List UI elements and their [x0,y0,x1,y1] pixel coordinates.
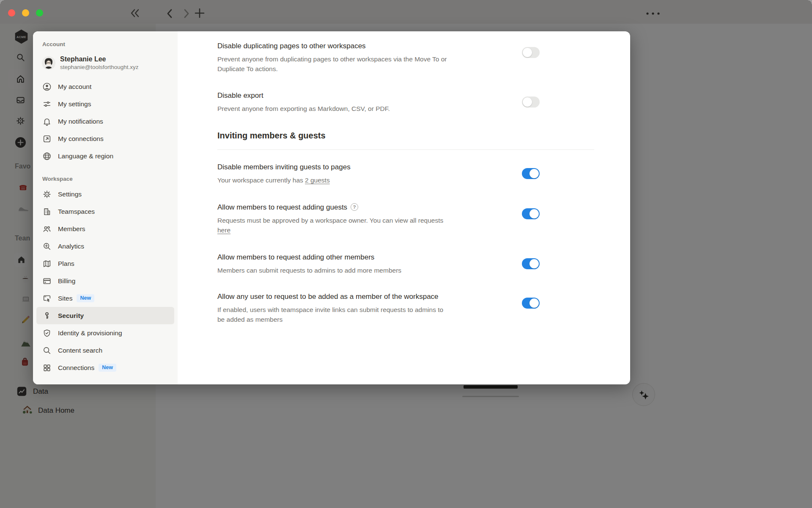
sidebar-item-my-notifications[interactable]: My notifications [36,113,174,130]
setting-title: Disable export [217,91,505,101]
sidebar-item-members[interactable]: Members [36,220,174,237]
sliders-icon [42,99,52,109]
section-heading-inviting: Inviting members & guests [217,130,594,141]
person-circle-icon [42,82,52,91]
new-badge: New [77,294,94,302]
key-icon [42,311,52,320]
new-badge: New [99,364,116,372]
building-icon [42,207,52,216]
user-profile-row[interactable]: Stephanie Lee stephanie@toolsforthought.… [42,52,174,74]
screen: ACME Favo Tean [0,0,812,508]
setting-description: Members can submit requests to admins to… [217,265,505,275]
sidebar-item-label: Sites [58,295,72,302]
help-icon[interactable]: ? [351,203,358,211]
sidebar-item-content-search[interactable]: Content search [36,342,174,359]
setting-description: If enabled, users with teamspace invite … [217,305,505,324]
sidebar-item-identity-provisioning[interactable]: Identity & provisioning [36,324,174,342]
sidebar-item-settings[interactable]: Settings [36,185,174,203]
sidebar-item-teamspaces[interactable]: Teamspaces [36,203,174,220]
chart-search-icon [42,242,52,251]
setting-description: Your workspace currently has 2 guests [217,175,505,185]
minimize-window-button[interactable] [22,9,29,17]
user-name: Stephanie Lee [60,55,139,64]
account-section-label: Account [42,41,178,47]
toggle-disable-guest-invites[interactable] [522,168,540,179]
setting-description: Prevent anyone from duplicating pages to… [217,54,505,74]
sidebar-item-label: Teamspaces [58,208,95,215]
sidebar-item-connections[interactable]: Connections New [36,359,174,376]
sidebar-item-label: Language & region [58,152,113,160]
arrow-up-right-box-icon [42,134,52,144]
settings-modal: Account Stephanie Lee stephanie@toolsfor… [33,31,630,384]
people-icon [42,224,52,234]
grid-icon [42,363,52,373]
setting-title: Disable duplicating pages to other works… [217,41,505,51]
settings-sidebar: Account Stephanie Lee stephanie@toolsfor… [33,31,178,384]
setting-row-request-members: Allow members to request adding other me… [217,252,594,275]
setting-row-request-guests: Allow members to request adding guests? … [217,202,594,235]
sidebar-item-label: Members [58,225,85,233]
sidebar-item-label: Security [58,312,84,320]
bell-icon [42,117,52,126]
sidebar-item-my-account[interactable]: My account [36,78,174,95]
toggle-request-guests[interactable] [522,208,540,219]
sidebar-item-security[interactable]: Security [36,307,174,324]
setting-row-any-user-request: Allow any user to request to be added as… [217,292,594,324]
sidebar-item-label: Connections [58,364,94,372]
sidebar-item-label: Analytics [58,243,84,250]
setting-description: Prevent anyone from exporting as Markdow… [217,104,505,113]
close-window-button[interactable] [8,9,15,17]
sidebar-item-label: My connections [58,135,104,143]
sidebar-item-label: My notifications [58,118,103,125]
view-requests-link[interactable]: here [217,226,230,234]
sidebar-item-my-settings[interactable]: My settings [36,95,174,113]
setting-row-disable-guest-invites: Disable members inviting guests to pages… [217,162,594,185]
user-email: stephanie@toolsforthought.xyz [60,64,139,71]
zoom-window-button[interactable] [36,9,43,17]
traffic-lights [8,9,43,17]
sidebar-item-label: Settings [58,190,82,198]
workspace-section-label: Workspace [42,176,178,182]
globe-icon [42,152,52,161]
sidebar-item-my-connections[interactable]: My connections [36,130,174,147]
setting-title: Disable members inviting guests to pages [217,162,505,172]
setting-description: Requests must be approved by a workspace… [217,215,505,235]
setting-row-disable-duplicating: Disable duplicating pages to other works… [217,41,594,74]
toggle-any-user-request[interactable] [522,298,540,309]
gear-icon [42,190,52,199]
map-icon [42,259,52,268]
browser-cursor-icon [42,294,52,303]
sidebar-item-label: Billing [58,277,75,285]
security-settings-panel: Disable duplicating pages to other works… [178,31,630,384]
toggle-request-members[interactable] [522,258,540,269]
shield-check-icon [42,329,52,338]
sidebar-item-analytics[interactable]: Analytics [36,237,174,255]
toggle-disable-duplicating[interactable] [522,47,540,58]
sidebar-item-label: Identity & provisioning [58,329,122,337]
setting-title: Allow members to request adding other me… [217,252,505,262]
section-divider [217,149,594,150]
sidebar-item-billing[interactable]: Billing [36,272,174,290]
sidebar-item-label: Content search [58,347,102,354]
sidebar-item-plans[interactable]: Plans [36,255,174,272]
sidebar-item-label: Plans [58,260,74,268]
sidebar-item-label: My account [58,83,91,91]
credit-card-icon [42,276,52,286]
guests-count-link[interactable]: 2 guests [305,177,330,184]
sidebar-item-language-region[interactable]: Language & region [36,147,174,165]
setting-title: Allow any user to request to be added as… [217,292,505,302]
search-icon [42,346,52,355]
avatar [42,57,55,69]
setting-title: Allow members to request adding guests? [217,202,505,213]
sidebar-item-label: My settings [58,100,91,108]
toggle-disable-export[interactable] [522,97,540,108]
sidebar-item-sites[interactable]: Sites New [36,290,174,307]
setting-row-disable-export: Disable export Prevent anyone from expor… [217,91,594,113]
